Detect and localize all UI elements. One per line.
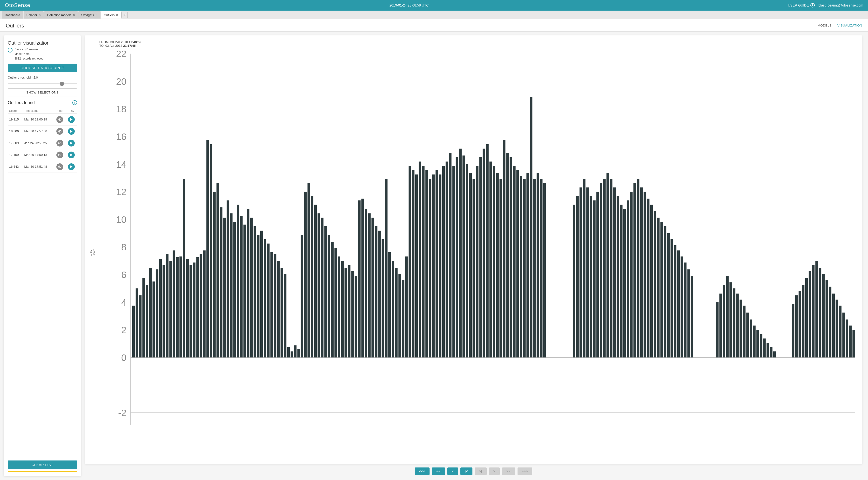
svg-rect-46	[183, 179, 185, 357]
tab-swidgets-close[interactable]: ✕	[95, 13, 98, 17]
svg-rect-208	[792, 304, 794, 357]
svg-rect-187	[684, 262, 686, 357]
svg-rect-146	[520, 176, 522, 357]
page-btn-jump-start[interactable]: |<	[460, 468, 472, 475]
find-cell	[54, 149, 65, 161]
play-button[interactable]	[68, 140, 75, 147]
tab-swidgets-label: Swidgets	[81, 13, 94, 17]
play-cell	[66, 125, 77, 137]
tab-dashboard[interactable]: Dashboard	[2, 11, 23, 19]
svg-rect-142	[506, 153, 508, 358]
clear-list-button[interactable]: CLEAR LIST	[8, 460, 77, 469]
tab-detection-models[interactable]: Detection models ✕	[44, 11, 78, 19]
svg-rect-140	[499, 179, 502, 357]
tab-splatter[interactable]: Splatter ✕	[24, 11, 44, 19]
page-btn-prev[interactable]: <	[447, 468, 458, 475]
svg-rect-119	[429, 179, 431, 357]
svg-rect-167	[617, 196, 619, 358]
svg-rect-112	[405, 256, 408, 357]
tab-splatter-close[interactable]: ✕	[38, 13, 41, 17]
svg-rect-184	[674, 245, 676, 358]
svg-rect-225	[849, 325, 851, 358]
page-btn-next-next[interactable]: >>	[502, 468, 515, 475]
svg-rect-62	[237, 205, 239, 358]
find-button[interactable]	[56, 116, 63, 123]
page-nav: MODELS VISUALIZATION	[817, 24, 862, 28]
page-btn-jump-end[interactable]: >|	[475, 468, 487, 475]
svg-rect-96	[351, 271, 353, 357]
svg-rect-113	[409, 166, 411, 357]
svg-rect-203	[760, 334, 762, 358]
page-btn-first[interactable]: <<<	[415, 468, 430, 475]
svg-rect-35	[146, 285, 148, 358]
svg-text:16: 16	[116, 132, 127, 142]
play-button[interactable]	[68, 128, 75, 135]
svg-rect-117	[422, 166, 425, 357]
svg-rect-217	[822, 274, 825, 357]
svg-rect-80	[298, 349, 300, 358]
col-play: Play	[66, 108, 77, 114]
svg-rect-104	[378, 231, 381, 357]
find-button[interactable]	[56, 163, 63, 170]
svg-rect-195	[733, 288, 735, 358]
svg-rect-158	[586, 188, 589, 358]
svg-rect-169	[623, 209, 626, 357]
svg-rect-69	[260, 231, 263, 357]
find-cell	[54, 137, 65, 149]
svg-text:10: 10	[116, 214, 127, 225]
svg-rect-131	[469, 173, 472, 357]
svg-rect-156	[580, 188, 582, 358]
tab-outliers[interactable]: Outliers ✕	[101, 11, 121, 19]
tab-swidgets[interactable]: Swidgets ✕	[78, 11, 100, 19]
svg-rect-39	[159, 259, 162, 357]
svg-rect-123	[442, 166, 445, 357]
choose-data-source-button[interactable]: CHOOSE DATA SOURCE	[8, 64, 77, 72]
tab-detection-models-close[interactable]: ✕	[73, 13, 75, 17]
svg-rect-44	[176, 257, 178, 357]
page-btn-next[interactable]: >	[489, 468, 500, 475]
svg-rect-196	[736, 293, 739, 357]
svg-rect-201	[753, 325, 755, 358]
find-button[interactable]	[56, 152, 63, 158]
svg-rect-130	[466, 164, 468, 357]
svg-rect-86	[318, 213, 320, 357]
svg-rect-92	[338, 256, 340, 357]
svg-rect-40	[163, 265, 165, 357]
svg-rect-64	[244, 225, 246, 358]
page-btn-prev-prev[interactable]: <<	[432, 468, 445, 475]
sidebar-device-info: Device: jd1wxmzn Model: amo0 3832 record…	[14, 47, 43, 61]
user-guide-button[interactable]: USER GUIDE i	[788, 3, 814, 7]
svg-rect-189	[691, 277, 693, 358]
page-title-row: Outliers MODELS VISUALIZATION	[0, 19, 868, 32]
svg-rect-175	[644, 192, 646, 358]
outliers-table-scroll[interactable]: Score Timestamp Find Play 19.815 Mar 30 …	[8, 108, 77, 173]
find-button[interactable]	[56, 128, 63, 135]
outliers-found-title: Outliers found	[8, 100, 35, 105]
find-button[interactable]	[56, 140, 63, 147]
svg-rect-204	[763, 339, 766, 358]
threshold-slider[interactable]	[8, 84, 77, 84]
play-cell	[66, 137, 77, 149]
svg-rect-211	[802, 285, 804, 358]
page-btn-last[interactable]: >>>	[518, 468, 532, 475]
svg-rect-210	[799, 291, 801, 358]
tab-add-button[interactable]: +	[122, 12, 128, 18]
nav-models[interactable]: MODELS	[817, 24, 832, 28]
show-selections-button[interactable]: SHOW SELECTIONS	[8, 89, 77, 96]
tab-outliers-label: Outliers	[104, 13, 115, 17]
svg-rect-52	[203, 250, 205, 357]
device-label: Device: jd1wxmzn	[14, 47, 43, 52]
svg-rect-161	[596, 192, 599, 358]
tab-outliers-close[interactable]: ✕	[116, 13, 118, 17]
play-button[interactable]	[68, 163, 75, 170]
nav-visualization[interactable]: VISUALIZATION	[837, 24, 862, 28]
score-cell: 18.306	[8, 125, 23, 137]
svg-rect-87	[321, 218, 323, 357]
play-button[interactable]	[68, 152, 75, 158]
svg-rect-58	[223, 218, 226, 357]
play-button[interactable]	[68, 116, 75, 123]
svg-rect-63	[240, 216, 243, 357]
svg-rect-200	[750, 320, 752, 358]
svg-rect-118	[426, 170, 428, 357]
svg-rect-171	[630, 192, 632, 358]
